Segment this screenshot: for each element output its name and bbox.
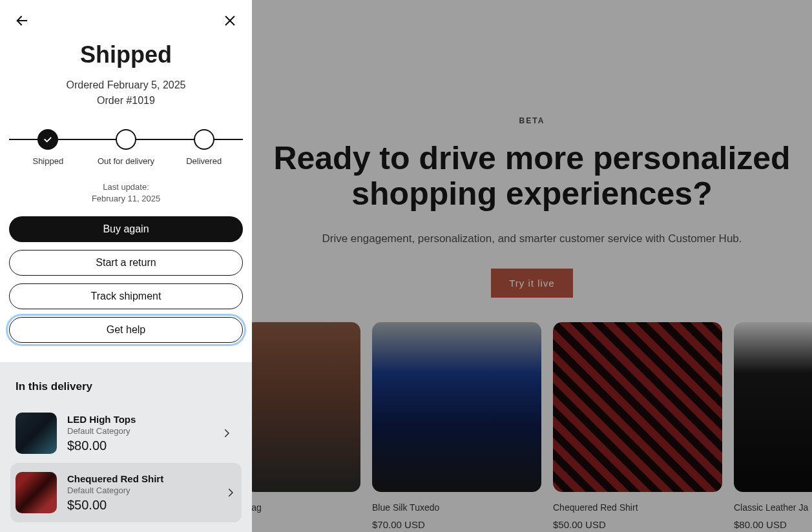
progress-step-label: Shipped (32, 156, 63, 166)
track-shipment-button[interactable]: Track shipment (9, 283, 243, 309)
progress-step-circle (37, 129, 58, 150)
chevron-right-icon (221, 427, 233, 439)
check-icon (43, 134, 53, 145)
item-category: Default Category (67, 426, 136, 436)
chevron-right-icon (225, 487, 236, 498)
progress-step-circle (116, 129, 136, 150)
progress-step-label: Out for delivery (98, 156, 154, 166)
close-icon (223, 14, 237, 28)
progress-step-delivered: Delivered (165, 129, 243, 166)
get-help-button[interactable]: Get help (9, 317, 243, 343)
order-date: Ordered February 5, 2025 (0, 77, 252, 93)
item-thumbnail (16, 472, 57, 513)
arrow-left-icon (15, 14, 29, 28)
start-return-button[interactable]: Start a return (9, 250, 243, 276)
buy-again-button[interactable]: Buy again (9, 216, 243, 242)
progress-step-out-for-delivery: Out for delivery (87, 129, 165, 166)
progress-step-label: Delivered (186, 156, 222, 166)
last-update: Last update: February 11, 2025 (0, 181, 252, 205)
order-actions: Buy again Start a return Track shipment … (0, 205, 252, 343)
order-id: Order #1019 (0, 93, 252, 108)
delivery-item[interactable]: Chequered Red Shirt Default Category $50… (10, 463, 242, 522)
item-thumbnail (16, 413, 57, 454)
item-price: $80.00 (67, 438, 136, 453)
item-name: LED High Tops (67, 414, 136, 425)
progress-step-circle (194, 129, 214, 150)
last-update-label: Last update: (0, 181, 252, 193)
back-button[interactable] (13, 12, 31, 30)
last-update-date: February 11, 2025 (0, 193, 252, 205)
item-price: $50.00 (67, 498, 163, 513)
order-meta: Ordered February 5, 2025 Order #1019 (0, 77, 252, 108)
item-name: Chequered Red Shirt (67, 473, 163, 484)
delivery-section: In this delivery LED High Tops Default C… (0, 362, 252, 532)
close-button[interactable] (221, 12, 239, 30)
delivery-title: In this delivery (16, 380, 236, 393)
delivery-item[interactable]: LED High Tops Default Category $80.00 (16, 404, 236, 463)
modal-overlay[interactable] (252, 0, 812, 532)
item-category: Default Category (67, 486, 163, 495)
progress-step-shipped: Shipped (9, 129, 87, 166)
order-panel: Shipped Ordered February 5, 2025 Order #… (0, 0, 252, 532)
shipping-progress: Shipped Out for delivery Delivered (9, 129, 243, 166)
order-status-title: Shipped (0, 41, 252, 68)
